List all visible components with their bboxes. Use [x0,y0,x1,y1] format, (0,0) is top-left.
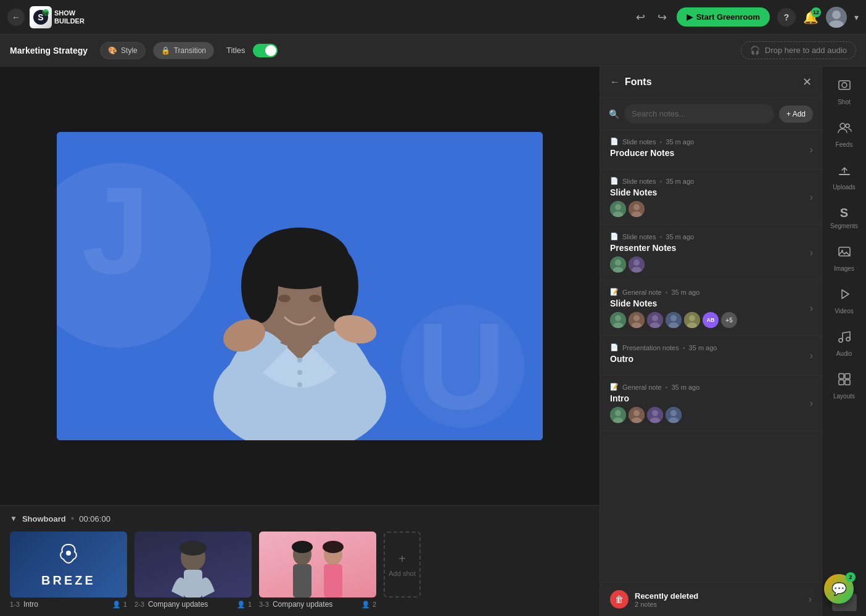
avatar-2-1 [610,201,626,217]
sidebar-item-audio[interactable]: Audio [825,323,864,363]
left-panel: J U [0,67,600,616]
chat-icon: 💬 [831,581,847,596]
shot-presenter-2 [168,536,218,598]
svg-point-70 [842,83,847,88]
svg-point-13 [278,295,291,302]
shot-label-row-2: 2-3 Company updates 👤 1 [134,600,252,609]
titles-label: Titles [226,46,245,55]
sidebar-images-label: Images [834,265,854,272]
svg-point-72 [846,124,849,128]
sidebar-feeds-label: Feeds [836,141,853,148]
transition-button[interactable]: 🔒 Transition [153,42,214,59]
avatar-4-1 [610,312,626,328]
sidebar-item-images[interactable]: Images [825,238,864,278]
layouts-icon [837,372,852,390]
notes-panel: ← Fonts ✕ 🔍 + Add 📄 Slide notes • 35 m a… [600,67,822,616]
topbar-right: ↩ ↪ ▶ Start Greenroom ? 🔔 12 ▾ [633,7,859,28]
note-meta-1: 📄 Slide notes • 35 m ago [610,138,812,146]
svg-point-78 [846,337,850,341]
svg-point-55 [689,315,695,321]
back-button[interactable]: ← [7,9,25,26]
svg-rect-80 [845,374,850,379]
recently-deleted-count: 2 notes [635,601,802,608]
note-item-slide[interactable]: 📄 Slide notes • 35 m ago Slide Notes › [600,170,822,225]
showboard-time: 00:06:00 [79,514,110,524]
add-shot-label: Add shot [389,570,415,577]
add-shot-button[interactable]: + Add shot [384,532,421,598]
icon-sidebar: Shot Feeds Uploads S [822,67,866,616]
sidebar-item-layouts[interactable]: Layouts [825,366,864,406]
search-row: 🔍 + Add [600,98,822,130]
shot-thumbnail-3 [259,532,376,598]
shot-card-1[interactable]: BREZE 1-3 Intro 👤 1 [10,532,127,609]
start-greenroom-label: Start Greenroom [696,12,760,22]
note-item-intro[interactable]: 📝 General note • 35 m ago Intro [600,376,822,431]
plus-icon: + [398,552,406,566]
panel-back-button[interactable]: ← [610,76,620,88]
shot-presenter-3 [281,536,355,598]
chat-button[interactable]: 💬 2 [824,574,854,604]
panel-title: Fonts [625,76,798,88]
note-item-presenter[interactable]: 📄 Slide notes • 35 m ago Presenter Notes… [600,225,822,281]
panel-close-button[interactable]: ✕ [802,75,812,89]
redo-button[interactable]: ↪ [655,8,669,27]
sidebar-item-uploads[interactable]: Uploads [825,157,864,197]
note-type-icon-2: 📄 [610,177,619,185]
headphone-icon: 🎧 [750,46,760,55]
help-button[interactable]: ? [777,8,796,27]
note-arrow-5: › [810,350,813,361]
avatar-6-3 [647,407,663,423]
svg-point-12 [321,249,358,323]
note-type-icon-3: 📄 [610,232,619,240]
add-note-button[interactable]: + Add [779,105,813,123]
shot-card-3[interactable]: 3-3 Company updates 👤 2 [259,532,376,609]
svg-point-14 [309,295,321,302]
shot-name-2: Company updates [148,600,208,609]
avatar-2-2 [629,201,645,217]
note-item-producer[interactable]: 📄 Slide notes • 35 m ago Producer Notes … [600,130,822,170]
showboard-dot: • [71,513,75,524]
shot-people-1: 👤 1 [112,601,127,609]
topbar-left: ← S SB SHOW BUILDER [7,6,85,28]
notification-badge: 12 [811,7,821,17]
sidebar-item-segments[interactable]: S Segments [825,199,864,236]
avatar-4-4 [666,312,682,328]
avatar-6-2 [629,407,645,423]
svg-point-40 [633,260,640,266]
undo-button[interactable]: ↩ [633,8,648,27]
chevron-down-icon[interactable]: ▾ [854,12,859,22]
notes-list: 📄 Slide notes • 35 m ago Producer Notes … [600,130,822,582]
recently-deleted-arrow: › [809,594,812,605]
recently-deleted-info: Recently deleted 2 notes [635,591,802,608]
segments-icon: S [837,205,852,220]
sidebar-item-videos[interactable]: Videos [825,281,864,321]
svg-rect-69 [839,81,850,89]
search-notes-input[interactable] [624,104,774,123]
titles-toggle[interactable] [253,44,278,57]
svg-point-34 [633,204,640,210]
start-greenroom-button[interactable]: ▶ Start Greenroom [677,7,770,27]
style-button[interactable]: 🎨 Style [100,42,146,59]
note-meta-5: 📄 Presentation notes • 35 m ago [610,343,812,351]
note-item-outro[interactable]: 📄 Presentation notes • 35 m ago Outro › [600,336,822,376]
note-arrow-1: › [810,144,813,155]
note-avatars-2 [610,201,812,217]
sidebar-item-shot[interactable]: Shot [825,72,864,112]
shot-thumbnail-1: BREZE [10,532,127,598]
note-item-general-slide[interactable]: 📝 General note • 35 m ago Slide Notes [600,281,822,336]
recently-deleted[interactable]: 🗑 Recently deleted 2 notes › [600,582,822,616]
transition-icon: 🔒 [161,46,170,55]
note-title-4: Slide Notes [610,298,812,308]
breze-text: BREZE [41,573,96,588]
showboard-collapse-button[interactable]: ▼ [10,514,17,523]
shot-card-2[interactable]: 2-3 Company updates 👤 1 [134,532,252,609]
sidebar-item-feeds[interactable]: Feeds [825,114,864,154]
avatar[interactable] [826,7,847,28]
audio-drop-zone[interactable]: 🎧 Drop here to add audio [741,41,856,59]
svg-point-19 [297,382,302,387]
recently-deleted-title: Recently deleted [635,591,802,601]
style-icon: 🎨 [108,46,117,55]
canvas-area: J U [0,67,600,505]
notifications-button[interactable]: 🔔 12 [803,10,819,25]
topbar: ← S SB SHOW BUILDER ↩ ↪ ▶ Start Greenroo… [0,0,866,35]
